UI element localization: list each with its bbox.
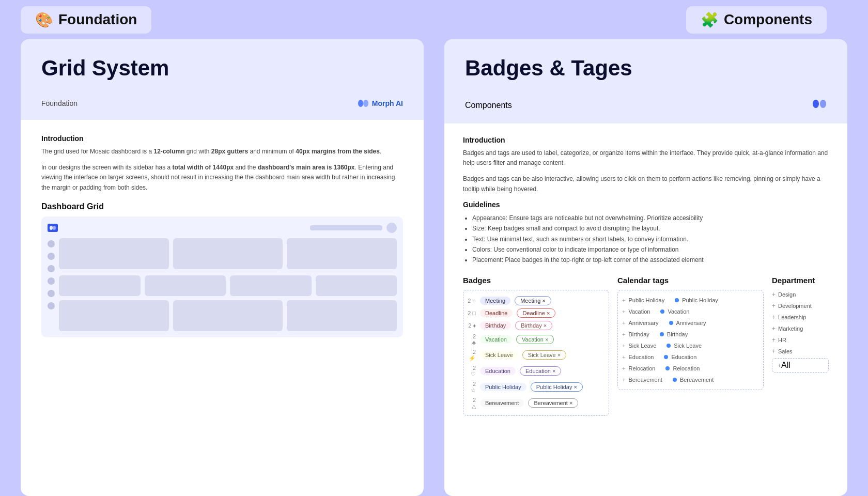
dot-2 <box>48 253 55 260</box>
calendar-col-title: Calendar tags <box>617 276 764 285</box>
dept-hr: + HR <box>772 335 829 345</box>
grid-col-1 <box>59 238 169 269</box>
badge-birthday-outline[interactable]: Birthday × <box>515 321 552 330</box>
badge-bereavement[interactable]: Bereavement <box>480 399 524 407</box>
morph-logo-right <box>812 99 827 111</box>
badge-deadline-outline[interactable]: Deadline × <box>517 308 555 318</box>
badge-bereavement-outline[interactable]: Bereavement × <box>528 398 578 408</box>
grid-col-6 <box>287 300 397 331</box>
right-panel-body: Introduction Badges and tags are used to… <box>444 123 847 496</box>
morph-logo-right-icon <box>812 99 827 109</box>
badge-row-bereavement: 2 △ Bereavement Bereavement × <box>468 395 605 411</box>
dept-marketing: + Marketing <box>772 324 829 333</box>
dept-col-title: Department <box>772 276 829 285</box>
badge-row-deadline: 2 □ Deadline Deadline × <box>468 307 605 319</box>
grid-mockup <box>41 216 403 337</box>
cal-row-publichol: + Public Holiday Public Holiday <box>622 295 759 306</box>
svg-point-3 <box>53 226 56 230</box>
grid-col-5 <box>173 300 283 331</box>
morph-logo: Morph AI <box>358 99 403 107</box>
dot-1 <box>48 240 55 247</box>
badges-section: Badges 2 ○ Meeting Meeting × 2 □ Deadlin… <box>463 276 829 416</box>
guidelines-title: Guidelines <box>463 200 829 209</box>
badge-birthday[interactable]: Birthday <box>480 321 511 330</box>
right-panel: Badges & Tages Components Introduction B… <box>444 39 847 496</box>
grid-col-sm-1 <box>59 275 141 296</box>
morph-label: Morph AI <box>372 99 403 107</box>
dept-leadership: + Leadership <box>772 313 829 322</box>
grid-layout <box>48 238 397 331</box>
left-panel-body: Introduction The grid used for Mosaic da… <box>21 120 424 496</box>
foundation-text: Foundation <box>58 11 137 28</box>
grid-row-3 <box>59 300 397 331</box>
mockup-controls <box>310 223 397 233</box>
svg-point-2 <box>50 226 53 230</box>
cal-row-anniversary: + Anniversary Anniversary <box>622 317 759 329</box>
badge-vacation-outline[interactable]: Vacation × <box>516 335 554 344</box>
grid-columns <box>59 238 397 331</box>
svg-point-1 <box>363 100 368 107</box>
main-content: Grid System Foundation Morph AI Introduc… <box>0 39 868 496</box>
dept-all[interactable]: + All <box>772 358 829 373</box>
guideline-5: Placement: Place badges in the top-right… <box>472 255 829 265</box>
badge-publichol-outline[interactable]: Public Holiday × <box>531 382 583 392</box>
dept-list: + Design + Development + Leadership + Ma… <box>772 290 829 373</box>
svg-point-5 <box>820 100 826 108</box>
left-panel-header: Grid System Foundation Morph AI <box>21 39 424 120</box>
calendar-table: + Public Holiday Public Holiday + Vacati… <box>617 290 764 390</box>
badge-row-publichol: 2 ☆ Public Holiday Public Holiday × <box>468 379 605 395</box>
grid-col-3 <box>287 238 397 269</box>
mockup-bar <box>310 225 382 230</box>
badge-education[interactable]: Education <box>480 367 516 375</box>
dept-sales: + Sales <box>772 347 829 356</box>
dot-4 <box>48 277 55 285</box>
grid-col-4 <box>59 300 169 331</box>
guidelines-list: Appearance: Ensure tags are noticeable b… <box>463 213 829 266</box>
cal-row-education: + Education Education <box>622 351 759 363</box>
cal-row-vacation: + Vacation Vacation <box>622 306 759 317</box>
sidebar-dots <box>48 238 55 331</box>
guideline-4: Colors: Use conventional color to indica… <box>472 244 829 255</box>
badge-row-meeting: 2 ○ Meeting Meeting × <box>468 295 605 307</box>
left-breadcrumb: Foundation <box>41 99 78 107</box>
grid-col-sm-2 <box>145 275 226 296</box>
dot-6 <box>48 302 55 309</box>
components-label: 🧩 Components <box>686 6 827 34</box>
foundation-label: 🎨 Foundation <box>21 6 151 34</box>
badge-deadline[interactable]: Deadline <box>480 309 513 317</box>
badge-sickleave-outline[interactable]: Sick Leave × <box>522 350 566 360</box>
svg-point-0 <box>358 100 363 107</box>
grid-col-sm-3 <box>230 275 312 296</box>
intro-text1: The grid used for Mosaic dashboard is a … <box>41 147 403 157</box>
grid-row-1 <box>59 238 397 269</box>
calendar-column: Calendar tags + Public Holiday Public Ho… <box>617 276 764 416</box>
right-intro-title: Introduction <box>463 136 829 144</box>
badge-row-vacation: 2 ♣ Vacation Vacation × <box>468 332 605 347</box>
right-intro-text1: Badges and tags are used to label, categ… <box>463 148 829 168</box>
badge-vacation[interactable]: Vacation <box>480 335 512 344</box>
badge-meeting-outline[interactable]: Meeting × <box>515 296 551 305</box>
guideline-2: Size: Keep badges small and compact to a… <box>472 223 829 234</box>
foundation-icon: 🎨 <box>35 11 53 28</box>
left-panel: Grid System Foundation Morph AI Introduc… <box>21 39 424 496</box>
top-bar: 🎨 Foundation 🧩 Components <box>0 0 868 39</box>
dept-development: + Development <box>772 301 829 311</box>
grid-col-2 <box>173 238 283 269</box>
intro-text2: In our designs the screen with its sideb… <box>41 163 403 193</box>
cal-row-bereavement: + Bereavement Bereavement <box>622 374 759 385</box>
badge-meeting[interactable]: Meeting <box>480 297 510 305</box>
right-panel-title: Badges & Tages <box>465 56 827 81</box>
grid-row-2 <box>59 275 397 296</box>
dept-design: + Design <box>772 290 829 299</box>
dot-5 <box>48 290 55 297</box>
grid-col-sm-4 <box>316 275 397 296</box>
badge-education-outline[interactable]: Education × <box>520 366 561 376</box>
components-icon: 🧩 <box>701 11 719 28</box>
components-text: Components <box>724 11 812 28</box>
badge-row-birthday: 2 ♦ Birthday Birthday × <box>468 319 605 332</box>
badge-sickleave[interactable]: Sick Leave <box>480 351 518 359</box>
badge-publichol[interactable]: Public Holiday <box>480 383 526 391</box>
morph-logo-icon <box>358 99 369 107</box>
guideline-3: Text: Use minimal text, such as numbers … <box>472 234 829 244</box>
badges-col-title: Badges <box>463 276 609 285</box>
